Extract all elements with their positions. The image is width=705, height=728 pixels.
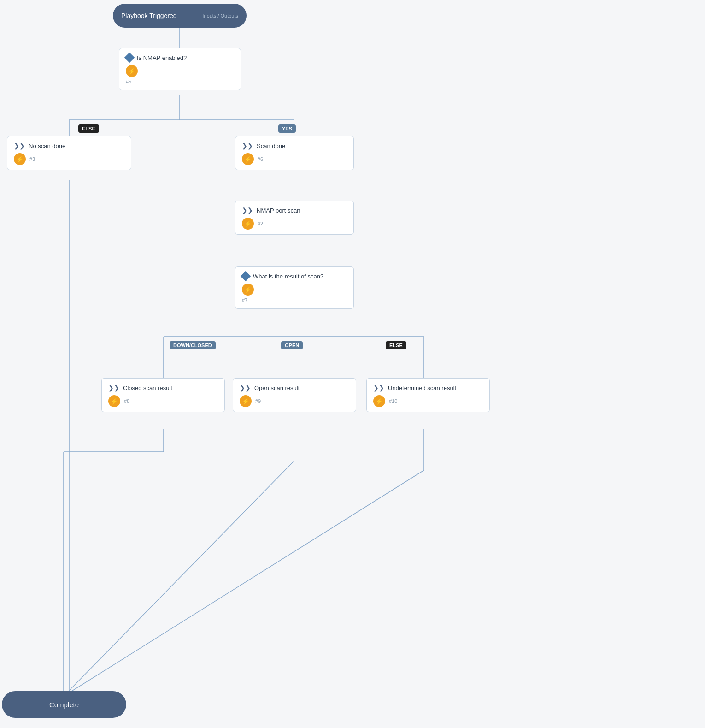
no-scan-num: #3 — [29, 156, 35, 162]
playbook-triggered-node[interactable]: Playbook Triggered Inputs / Outputs — [113, 4, 247, 28]
yes-branch-label: YES — [278, 124, 296, 133]
closed-scan-header: ❯❯ Closed scan result — [108, 384, 218, 391]
playbook-title: Playbook Triggered — [121, 12, 177, 19]
scan-done-icon: ❯❯ — [242, 142, 253, 149]
open-scan-icon: ❯❯ — [240, 384, 251, 391]
closed-scan-title: Closed scan result — [123, 385, 172, 391]
open-label: OPEN — [281, 341, 303, 349]
undetermined-icon: ❯❯ — [373, 384, 384, 391]
result-scan-header: What is the result of scan? — [242, 272, 347, 280]
undetermined-footer: ⚡ #10 — [373, 395, 483, 407]
nmap-header: Is NMAP enabled? — [126, 54, 234, 61]
closed-scan-lightning: ⚡ — [108, 395, 120, 407]
no-scan-lightning: ⚡ — [14, 153, 26, 165]
result-scan-lightning: ⚡ — [242, 284, 254, 296]
scan-done-lightning: ⚡ — [242, 153, 254, 165]
nmap-lightning: ⚡ — [126, 65, 138, 77]
undetermined-header: ❯❯ Undetermined scan result — [373, 384, 483, 391]
nmap-footer: ⚡ #5 — [126, 65, 234, 85]
open-scan-node[interactable]: ❯❯ Open scan result ⚡ #9 — [233, 378, 356, 412]
svg-line-30 — [64, 470, 424, 696]
diamond-icon — [124, 53, 135, 63]
else-branch-label: ELSE — [78, 124, 99, 133]
nmap-title: Is NMAP enabled? — [137, 54, 187, 61]
complete-label: Complete — [49, 701, 79, 709]
flowchart-canvas: Playbook Triggered Inputs / Outputs Is N… — [0, 0, 705, 728]
nmap-port-header: ❯❯ NMAP port scan — [242, 207, 347, 214]
open-scan-title: Open scan result — [254, 385, 300, 391]
open-scan-footer: ⚡ #9 — [240, 395, 349, 407]
inputs-outputs-link[interactable]: Inputs / Outputs — [202, 13, 238, 18]
else2-branch-label: ELSE — [386, 341, 406, 349]
result-scan-node[interactable]: What is the result of scan? ⚡ #7 — [235, 266, 354, 309]
svg-line-28 — [64, 461, 294, 696]
scan-done-footer: ⚡ #6 — [242, 153, 347, 165]
scan-done-header: ❯❯ Scan done — [242, 142, 347, 149]
nmap-port-num: #2 — [258, 221, 263, 226]
nmap-port-lightning: ⚡ — [242, 218, 254, 230]
scan-done-title: Scan done — [257, 142, 285, 149]
open-scan-lightning: ⚡ — [240, 395, 252, 407]
undetermined-node[interactable]: ❯❯ Undetermined scan result ⚡ #10 — [366, 378, 490, 412]
closed-scan-node[interactable]: ❯❯ Closed scan result ⚡ #8 — [101, 378, 225, 412]
no-scan-footer: ⚡ #3 — [14, 153, 124, 165]
is-nmap-node[interactable]: Is NMAP enabled? ⚡ #5 — [119, 48, 241, 90]
scan-done-node[interactable]: ❯❯ Scan done ⚡ #6 — [235, 136, 354, 170]
nmap-port-icon: ❯❯ — [242, 207, 253, 214]
undetermined-title: Undetermined scan result — [388, 385, 456, 391]
no-scan-title: No scan done — [29, 142, 65, 149]
result-scan-footer: ⚡ #7 — [242, 284, 347, 304]
nmap-port-footer: ⚡ #2 — [242, 218, 347, 230]
closed-scan-footer: ⚡ #8 — [108, 395, 218, 407]
scan-done-num: #6 — [258, 156, 263, 162]
closed-scan-icon: ❯❯ — [108, 384, 119, 391]
result-scan-diamond — [241, 271, 251, 282]
nmap-port-title: NMAP port scan — [257, 207, 300, 214]
no-scan-header: ❯❯ No scan done — [14, 142, 124, 149]
no-scan-node[interactable]: ❯❯ No scan done ⚡ #3 — [7, 136, 131, 170]
undetermined-lightning: ⚡ — [373, 395, 385, 407]
no-scan-icon: ❯❯ — [14, 142, 25, 149]
nmap-num: #5 — [126, 79, 131, 84]
open-scan-num: #9 — [255, 398, 261, 404]
result-scan-num: #7 — [242, 297, 247, 303]
complete-node[interactable]: Complete — [2, 691, 126, 718]
result-scan-title: What is the result of scan? — [253, 273, 323, 280]
down-closed-label: DOWN/CLOSED — [170, 341, 216, 349]
undetermined-num: #10 — [389, 398, 397, 404]
nmap-port-scan-node[interactable]: ❯❯ NMAP port scan ⚡ #2 — [235, 201, 354, 235]
connections-svg — [0, 0, 705, 728]
closed-scan-num: #8 — [124, 398, 129, 404]
open-scan-header: ❯❯ Open scan result — [240, 384, 349, 391]
